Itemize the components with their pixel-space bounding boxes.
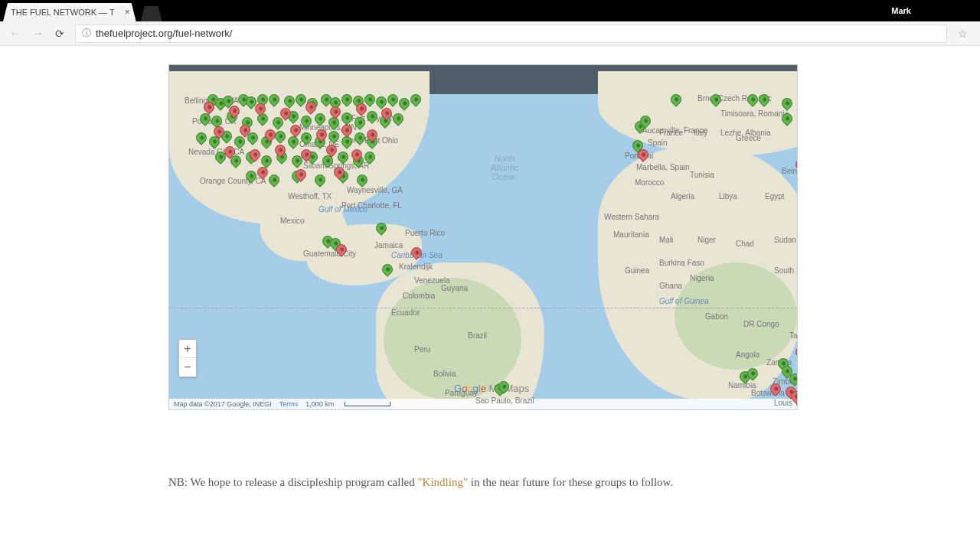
url-input[interactable]: ⓘ thefuelproject.org/fuel-network/ bbox=[75, 24, 947, 43]
map-label: Angola bbox=[736, 350, 760, 359]
info-icon[interactable]: ⓘ bbox=[82, 27, 91, 40]
note-suffix: in the near future for these groups to f… bbox=[468, 476, 673, 488]
map-label: Kralendijk bbox=[399, 262, 433, 271]
map-label: Guinea bbox=[625, 266, 649, 275]
new-tab-button[interactable] bbox=[141, 6, 162, 21]
map-label: Chad bbox=[736, 240, 754, 248]
map-label: South Sudan bbox=[774, 266, 798, 275]
map-label: Lezhe, Albania bbox=[720, 129, 771, 137]
map-label: Gulf of Mexico bbox=[318, 205, 368, 214]
map-label: Marbella, Spain bbox=[636, 163, 689, 171]
terms-link[interactable]: Terms bbox=[279, 400, 299, 408]
map-label: Egypt bbox=[765, 192, 785, 201]
map-label: Timisoara, Romania bbox=[720, 109, 789, 118]
kindling-link[interactable]: "Kindling" bbox=[418, 476, 469, 488]
map-label: Nigeria bbox=[690, 274, 714, 282]
map-label: Bolivia bbox=[433, 370, 456, 378]
map-label: Libya bbox=[719, 192, 737, 201]
map-copyright: Map data ©2017 Google, INEGI bbox=[174, 400, 272, 408]
zoom-out-button[interactable]: − bbox=[179, 358, 196, 377]
map-label: Ghana bbox=[659, 282, 682, 290]
browser-tab-bar: THE FUEL NETWORK — T × Mark bbox=[0, 0, 980, 21]
page-note: NB: We hope to release a discipleship pr… bbox=[168, 476, 812, 489]
map-label: Westhoff, TX bbox=[288, 192, 332, 201]
back-button[interactable]: ← bbox=[9, 27, 21, 41]
map-label: Western Sahara bbox=[604, 213, 659, 221]
url-text: thefuelproject.org/fuel-network/ bbox=[96, 28, 232, 39]
address-bar: ← → ⟳ ⓘ thefuelproject.org/fuel-network/… bbox=[0, 21, 980, 46]
map-label: Sudan bbox=[774, 236, 796, 244]
map-label: Aucamville, France bbox=[642, 126, 707, 135]
map-label: DR Congo bbox=[743, 320, 779, 328]
page-body: Fuel Small Groups ★ NorthAtlanticOcean G… bbox=[0, 46, 980, 489]
map-label: Beirut, L bbox=[782, 167, 798, 175]
map-label: Algeria bbox=[671, 192, 694, 201]
map-label: Sao Paulo, Brazil bbox=[475, 396, 534, 405]
zoom-in-button[interactable]: + bbox=[179, 340, 196, 358]
browser-tab[interactable]: THE FUEL NETWORK — T × bbox=[3, 3, 136, 21]
map-label: Guyana bbox=[441, 284, 468, 292]
tab-title: THE FUEL NETWORK — T bbox=[11, 8, 115, 17]
profile-name[interactable]: Mark bbox=[891, 6, 911, 15]
map-label: Puerto Rico bbox=[405, 229, 445, 237]
forward-button: → bbox=[32, 27, 44, 41]
map-label: Spain bbox=[648, 139, 668, 147]
map-label: Ecuador bbox=[391, 308, 420, 317]
map-label: Peru bbox=[414, 345, 430, 354]
scale-label: 1,000 km bbox=[305, 400, 334, 408]
map-label: Guatemala City bbox=[303, 249, 356, 258]
map-label: Tanzania bbox=[789, 331, 798, 340]
map-label: Burkina Faso bbox=[659, 259, 704, 267]
map-embed: Fuel Small Groups ★ NorthAtlanticOcean G… bbox=[168, 64, 798, 410]
map-label: Mauritania bbox=[613, 230, 649, 239]
map-label: Tunisia bbox=[690, 171, 714, 179]
map-label: Gulf of Guinea bbox=[659, 297, 708, 305]
map-label: Jamaica bbox=[374, 241, 403, 249]
map-label: Niger bbox=[697, 236, 716, 244]
map-label: Paraguay bbox=[445, 389, 478, 397]
map-label: Waynesville, GA bbox=[347, 186, 403, 194]
ocean-label: NorthAtlanticOcean bbox=[491, 154, 518, 181]
note-prefix: NB: We hope to release a discipleship pr… bbox=[168, 476, 418, 488]
scale-bar bbox=[345, 402, 390, 406]
reload-button[interactable]: ⟳ bbox=[55, 28, 64, 40]
equator-line bbox=[169, 308, 797, 308]
map-label: Mali bbox=[659, 236, 673, 244]
map-label: Colombia bbox=[403, 292, 435, 300]
map-label: Gabon bbox=[705, 312, 728, 321]
zoom-control: + − bbox=[178, 339, 197, 377]
bookmark-star-icon[interactable]: ☆ bbox=[958, 28, 968, 40]
map-label: Mexico bbox=[280, 217, 305, 225]
map-label: Morocco bbox=[635, 178, 664, 187]
close-tab-icon[interactable]: × bbox=[125, 7, 130, 18]
map-label: Brazil bbox=[468, 331, 487, 340]
map-canvas[interactable]: NorthAtlanticOcean Google My Maps + − Ma… bbox=[169, 94, 797, 409]
